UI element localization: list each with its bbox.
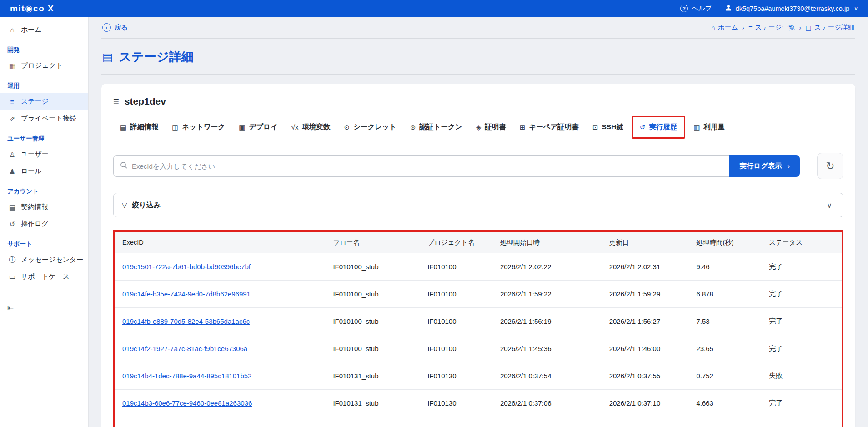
execid-cell: 019c14b3-60e6-77ce-9460-0ee81a263036	[115, 399, 326, 407]
execid-link[interactable]: 019c14fb-e889-70d5-82e4-53b65da1ac6c	[122, 317, 250, 325]
sidebar-item-message-center[interactable]: ⓘ メッセージセンター	[0, 251, 88, 268]
sidebar-item-support-case[interactable]: ▭ サポートケース	[0, 268, 88, 285]
back-link[interactable]: ‹ 戻る	[102, 23, 128, 32]
sidebar-item-label: 契約情報	[21, 203, 48, 211]
status-cell: 完了	[762, 344, 842, 353]
start-time-cell: 2026/2/1 2:02:22	[493, 263, 602, 271]
status-cell: 失敗	[762, 372, 842, 380]
execid-cell: 019c14fb-e889-70d5-82e4-53b65da1ac6c	[115, 317, 326, 325]
execid-link[interactable]: 019c14fe-b35e-7424-9ed0-7d8b62e96991	[122, 290, 251, 298]
detail-info-icon: ▤	[120, 123, 126, 131]
duration-cell: 6.878	[689, 290, 762, 298]
sidebar-item-role[interactable]: ♟ ロール	[0, 163, 88, 180]
sidebar-group-user-management: ユーザー管理	[0, 127, 88, 146]
execid-link[interactable]: 019c14b4-1dec-788e-9a44-895c18101b52	[122, 372, 251, 380]
show-exec-log-button[interactable]: 実行ログ表示 ›	[729, 155, 800, 177]
start-time-cell: 2026/2/1 1:56:19	[493, 317, 602, 325]
breadcrumb-stage-detail: ▤ ステージ詳細	[805, 23, 854, 32]
collapse-icon: ⇤	[7, 304, 14, 312]
sidebar-item-home[interactable]: ⌂ ホーム	[0, 21, 88, 38]
sidebar-item-project[interactable]: ▦ プロジェクト	[0, 57, 88, 74]
stage-detail-card: ≡ step1dev ▤ 詳細情報 ◫ ネットワーク ▣ デプロイ √x	[101, 84, 855, 427]
tab-env-vars[interactable]: √x 環境変数	[285, 117, 337, 137]
updated-cell: 2026/2/1 0:37:10	[602, 399, 689, 407]
updated-cell: 2026/2/1 1:59:29	[602, 290, 689, 298]
topbar: mit◉co X ? ヘルプ dk5q75ba#aumeki3730@terra…	[0, 0, 868, 17]
chevron-down-icon: ∨	[827, 201, 835, 210]
app-root: mit◉co X ? ヘルプ dk5q75ba#aumeki3730@terra…	[0, 0, 868, 427]
user-icon: ♙	[8, 151, 16, 159]
tab-auth-token[interactable]: ⊛ 認証トークン	[403, 117, 469, 137]
arrow-right-icon: ›	[787, 161, 790, 171]
execid-link[interactable]: 019c14b3-60e6-77ce-9460-0ee81a263036	[122, 399, 252, 407]
ssh-key-icon: ⊡	[592, 123, 598, 131]
account-email: dk5q75ba#aumeki3730@terrasky.co.jp	[736, 5, 850, 12]
column-header-updated: 更新日	[602, 238, 689, 247]
stage-detail-title-icon: ▤	[102, 50, 113, 64]
stage-name: step1dev	[125, 96, 166, 107]
tab-execution-history[interactable]: ↺ 実行履歴	[633, 117, 684, 137]
tab-usage[interactable]: ▥ 利用量	[687, 117, 732, 137]
tab-keypair-certificate[interactable]: ⊞ キーペア証明書	[513, 117, 586, 137]
flow-name-cell: IF010100_stub	[326, 317, 420, 325]
sidebar-group-dev: 開発	[0, 38, 88, 57]
sidebar: ⌂ ホーム 開発 ▦ プロジェクト 運用 ≡ ステージ ⇗ プライベート接続 ユ…	[0, 17, 89, 427]
column-header-start-time: 処理開始日時	[493, 238, 602, 247]
funnel-icon: ▽	[122, 201, 127, 209]
tab-detail-info[interactable]: ▤ 詳細情報	[113, 117, 165, 137]
breadcrumb: ⌂ ホーム › ≡ ステージ一覧 › ▤ ステージ詳細	[711, 23, 854, 32]
sidebar-collapse-button[interactable]: ⇤	[0, 298, 88, 313]
sidebar-item-label: ロール	[21, 167, 42, 176]
tab-ssh-key[interactable]: ⊡ SSH鍵	[586, 117, 630, 137]
execid-link[interactable]: 019c1501-722a-7b61-bd0b-bd90396be7bf	[122, 263, 251, 271]
execid-input[interactable]	[132, 162, 723, 170]
refresh-button[interactable]: ↻	[817, 153, 843, 179]
execid-input-container	[113, 155, 729, 177]
flow-name-cell: IF010100_stub	[326, 263, 420, 271]
breadcrumb-stage-list[interactable]: ≡ ステージ一覧	[748, 23, 795, 32]
status-cell: 完了	[762, 262, 842, 271]
sidebar-item-contract-info[interactable]: ▤ 契約情報	[0, 199, 88, 216]
annotation-box-active-tab: ↺ 実行履歴	[632, 116, 686, 139]
column-header-duration: 処理時間(秒)	[689, 238, 762, 247]
breadcrumb-home[interactable]: ⌂ ホーム	[711, 23, 738, 32]
tab-network[interactable]: ◫ ネットワーク	[165, 117, 232, 137]
start-time-cell: 2026/2/1 1:59:22	[493, 290, 602, 298]
sidebar-item-stage[interactable]: ≡ ステージ	[0, 93, 88, 110]
duration-cell: 7.53	[689, 317, 762, 325]
home-icon: ⌂	[711, 24, 715, 31]
sidebar-item-user[interactable]: ♙ ユーザー	[0, 146, 88, 163]
execid-cell: 019c1501-722a-7b61-bd0b-bd90396be7bf	[115, 263, 326, 271]
sidebar-item-label: ホーム	[21, 25, 42, 34]
network-icon: ◫	[172, 123, 178, 131]
message-center-icon: ⓘ	[8, 256, 16, 264]
stage-stack-icon: ≡	[113, 95, 119, 107]
help-menu[interactable]: ? ヘルプ	[680, 4, 712, 13]
annotation-box-table: ExecID フロー名 プロジェクト名 処理開始日時 更新日 処理時間(秒) ス…	[113, 230, 843, 427]
sidebar-item-label: サポートケース	[21, 272, 70, 281]
sidebar-item-operation-log[interactable]: ↺ 操作ログ	[0, 216, 88, 232]
start-time-cell: 2026/2/1 1:45:36	[493, 345, 602, 352]
filter-accordion[interactable]: ▽ 絞り込み ∨	[113, 193, 843, 217]
private-connection-icon: ⇗	[8, 115, 16, 123]
execid-link[interactable]: 019c14f2-1927-7a7c-81ac-f9b1ce67306a	[122, 345, 247, 352]
start-time-cell: 2026/2/1 0:37:54	[493, 372, 602, 380]
table-row: 019c14fb-e889-70d5-82e4-53b65da1ac6c IF0…	[115, 307, 842, 335]
account-menu[interactable]: dk5q75ba#aumeki3730@terrasky.co.jp ∨	[725, 4, 858, 13]
project-name-cell: IF010100	[420, 263, 493, 271]
chevron-down-icon: ∨	[854, 5, 858, 12]
filter-label: 絞り込み	[132, 201, 161, 210]
tab-deploy[interactable]: ▣ デプロイ	[232, 117, 285, 137]
auth-token-icon: ⊛	[410, 123, 416, 131]
tab-certificate[interactable]: ◈ 証明書	[469, 117, 513, 137]
start-time-cell: 2026/2/1 0:37:06	[493, 399, 602, 407]
tab-secret[interactable]: ⊙ シークレット	[337, 117, 403, 137]
project-name-cell: IF010100	[420, 290, 493, 298]
status-cell: 完了	[762, 317, 842, 326]
project-name-cell: IF010100	[420, 345, 493, 352]
duration-cell: 9.46	[689, 263, 762, 271]
project-name-cell: IF010130	[420, 372, 493, 380]
help-icon: ?	[680, 5, 688, 12]
sidebar-item-private-connection[interactable]: ⇗ プライベート接続	[0, 110, 88, 127]
updated-cell: 2026/2/1 1:46:00	[602, 345, 689, 352]
